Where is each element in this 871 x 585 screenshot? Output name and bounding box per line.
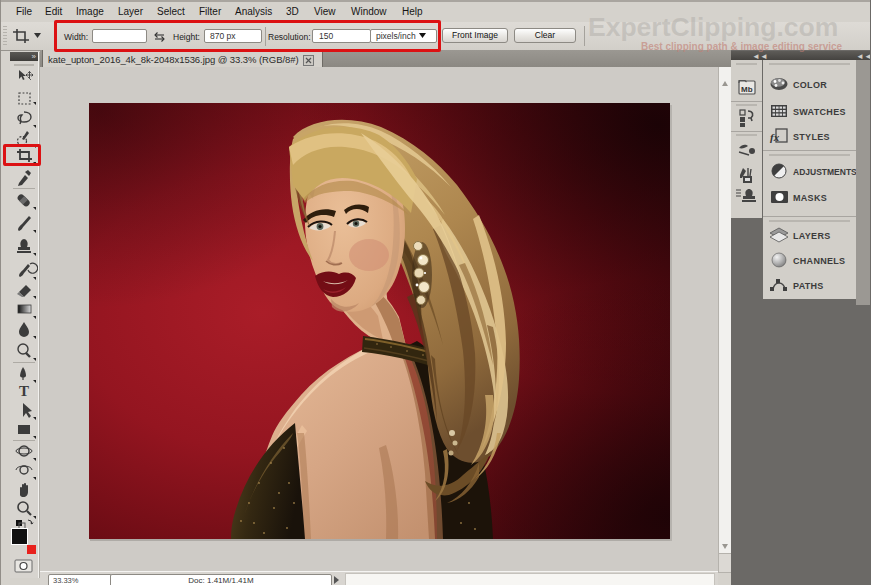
svg-text:STYLES: STYLES xyxy=(793,132,830,142)
svg-text:COLOR: COLOR xyxy=(793,80,827,90)
svg-text:CHANNELS: CHANNELS xyxy=(793,256,845,266)
svg-text:PATHS: PATHS xyxy=(793,281,824,291)
svg-text:LAYERS: LAYERS xyxy=(793,231,830,241)
svg-text:ADJUSTMENTS: ADJUSTMENTS xyxy=(793,167,856,177)
svg-text:MASKS: MASKS xyxy=(793,193,827,203)
svg-text:fx: fx xyxy=(770,131,780,143)
svg-text:Mb: Mb xyxy=(741,85,753,94)
svg-text:T: T xyxy=(19,383,29,399)
svg-text:SWATCHES: SWATCHES xyxy=(793,107,846,117)
